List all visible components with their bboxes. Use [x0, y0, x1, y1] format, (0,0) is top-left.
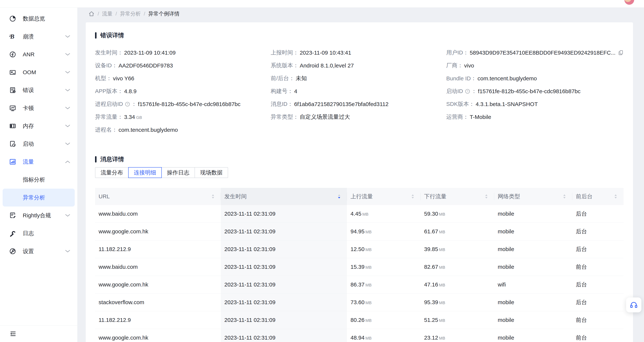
- column-header-url[interactable]: URL: [95, 188, 221, 205]
- sidebar-item-overview[interactable]: 数据总览: [0, 10, 77, 28]
- sidebar-item-launch[interactable]: 启动: [0, 135, 77, 153]
- column-header-downstream[interactable]: 下行流量: [420, 188, 494, 205]
- sidebar-item-oom[interactable]: OOM: [0, 63, 77, 81]
- cell-fg-bg: 后台: [572, 240, 624, 258]
- svg-text:?: ?: [467, 90, 468, 93]
- breadcrumb-anomaly-analysis[interactable]: 异常分析: [120, 10, 141, 17]
- detail-field: 上报时间： 2023-11-09 10:43:41: [270, 46, 446, 59]
- sidebar-footer: [0, 326, 77, 342]
- sort-carets-icon: [485, 194, 488, 199]
- field-value: vivo Y66: [113, 75, 134, 82]
- detail-field: 系统版本： Android 8.1.0,level 27: [270, 59, 446, 72]
- home-icon[interactable]: [88, 10, 95, 17]
- connection-table: URL 发生时间 上行流量: [95, 188, 624, 342]
- field-colon: ：: [463, 49, 469, 56]
- cell-url: www.google.com.hk: [95, 223, 221, 240]
- cell-unit: MB: [439, 230, 445, 234]
- detail-field: 进程名： com.tencent.buglydemo: [95, 124, 270, 136]
- svg-text:?: ?: [127, 102, 128, 106]
- field-value: 2023-11-09 10:41:09: [124, 50, 176, 56]
- cell-url: www.google.com.hk: [95, 276, 221, 293]
- field-label: 用户ID: [446, 49, 463, 56]
- wrench-icon: [9, 230, 16, 237]
- detail-field: 运营商： T-Mobile: [446, 110, 624, 124]
- sidebar-item-crash[interactable]: B 崩溃: [0, 28, 77, 46]
- sidebar-item-logs[interactable]: 日志: [0, 224, 77, 242]
- sidebar-item-settings[interactable]: 设置: [0, 242, 77, 260]
- cell-unit: MB: [366, 336, 372, 341]
- field-value: AA2DF0546DDF9783: [118, 62, 173, 69]
- field-label: 前/后台: [270, 74, 289, 82]
- column-header-fg-bg[interactable]: 前后台: [572, 188, 624, 205]
- cell-unit: MB: [439, 247, 445, 252]
- collapse-sidebar-icon[interactable]: [8, 330, 17, 338]
- help-icon[interactable]: ?: [125, 102, 130, 107]
- sidebar-item-label: 内存: [23, 122, 34, 130]
- sidebar-item-label: OOM: [23, 69, 36, 76]
- cell-downstream: 23.12MB: [420, 329, 494, 342]
- cell-value: 51.25: [424, 317, 438, 323]
- copy-icon[interactable]: [618, 50, 624, 56]
- table-row[interactable]: 11.182.212.9 2023-11-11 02:31:09 80.26MB…: [95, 311, 624, 329]
- tab-operation-log[interactable]: 操作日志: [161, 167, 195, 178]
- tab-connection-detail[interactable]: 连接明细: [128, 167, 162, 178]
- field-label: APP版本: [95, 88, 118, 95]
- breadcrumb-traffic[interactable]: 流量: [102, 10, 112, 17]
- sidebar: 数据总览 B 崩溃 ANR OOM: [0, 8, 78, 342]
- sidebar-item-lag[interactable]: 卡顿: [0, 99, 77, 117]
- table-row[interactable]: www.google.com.hk 2023-11-11 02:31:09 94…: [95, 223, 624, 240]
- column-header-upstream[interactable]: 上行流量: [347, 188, 420, 205]
- table-row[interactable]: www.baidu.com 2023-11-11 02:31:09 4.45MB…: [95, 205, 624, 223]
- sidebar-item-traffic[interactable]: 流量: [0, 153, 77, 171]
- message-detail-section-title: 消息详情: [95, 156, 624, 163]
- table-row[interactable]: stackoverflow.com 2023-11-11 02:31:09 73…: [95, 294, 624, 311]
- cell-fg-bg: 后台: [572, 276, 624, 293]
- sidebar-item-compliance[interactable]: Rightly合规: [0, 206, 77, 224]
- sidebar-subitem-metric-analysis[interactable]: 指标分析: [2, 171, 75, 188]
- field-colon: ：: [287, 88, 293, 95]
- cell-value: 12.50: [350, 246, 364, 252]
- sidebar-item-error[interactable]: 错误: [0, 81, 77, 99]
- cell-upstream: 73.60MB: [347, 294, 420, 311]
- cell-value: 94.95: [350, 228, 364, 235]
- cell-value: 59.30: [424, 210, 438, 217]
- cell-url: 11.182.212.9: [95, 311, 221, 329]
- oom-folder-icon: [9, 68, 16, 76]
- field-value: 4.8.9: [124, 88, 136, 94]
- sidebar-subitem-anomaly-analysis[interactable]: 异常分析: [2, 188, 75, 206]
- field-colon: ：: [458, 62, 463, 69]
- detail-field: 前/后台： 未知: [270, 72, 446, 85]
- column-header-network-type[interactable]: 网络类型: [494, 188, 572, 205]
- breadcrumb-separator: /: [116, 11, 117, 17]
- chevron-down-icon: [65, 214, 70, 217]
- field-label: 消息ID: [270, 100, 287, 108]
- sidebar-item-label: 启动: [23, 140, 34, 148]
- column-header-time[interactable]: 发生时间: [221, 188, 347, 205]
- table-row[interactable]: www.google.com.hk 2023-11-11 02:31:09 48…: [95, 329, 624, 342]
- sidebar-item-label: 错误: [23, 86, 34, 94]
- sidebar-item-label: 日志: [23, 230, 34, 237]
- cell-time: 2023-11-11 02:31:09: [221, 329, 347, 342]
- field-colon: ：: [131, 100, 137, 108]
- field-value: com.tencent.buglydemo: [478, 75, 537, 82]
- cell-unit: MB: [366, 318, 372, 323]
- tab-traffic-distribution[interactable]: 流量分布: [95, 167, 128, 178]
- sidebar-item-anr[interactable]: ANR: [0, 46, 77, 63]
- sort-carets-icon: [411, 194, 414, 199]
- user-avatar[interactable]: [624, 0, 634, 5]
- field-label: 异常流量: [95, 113, 118, 121]
- section-title-bar: [95, 32, 96, 38]
- tab-scene-data[interactable]: 现场数据: [194, 167, 228, 178]
- table-row[interactable]: www.baidu.com 2023-11-11 02:31:09 15.39M…: [95, 258, 624, 276]
- sidebar-item-memory[interactable]: 内存: [0, 117, 77, 135]
- help-icon[interactable]: ?: [465, 89, 470, 94]
- table-row[interactable]: www.google.com.hk 2023-11-11 02:31:09 86…: [95, 276, 624, 294]
- detail-field: 异常流量： 3.34 GB: [95, 110, 270, 124]
- field-value: com.tencent.buglydemo: [118, 127, 178, 133]
- table-row[interactable]: 11.182.212.9 2023-11-11 02:31:09 12.50MB…: [95, 240, 624, 258]
- support-fab-button[interactable]: [626, 298, 642, 312]
- field-colon: ：: [289, 74, 294, 82]
- field-colon: ：: [287, 100, 293, 108]
- cell-fg-bg: 后台: [572, 223, 624, 240]
- field-label: Bundle ID: [446, 75, 471, 82]
